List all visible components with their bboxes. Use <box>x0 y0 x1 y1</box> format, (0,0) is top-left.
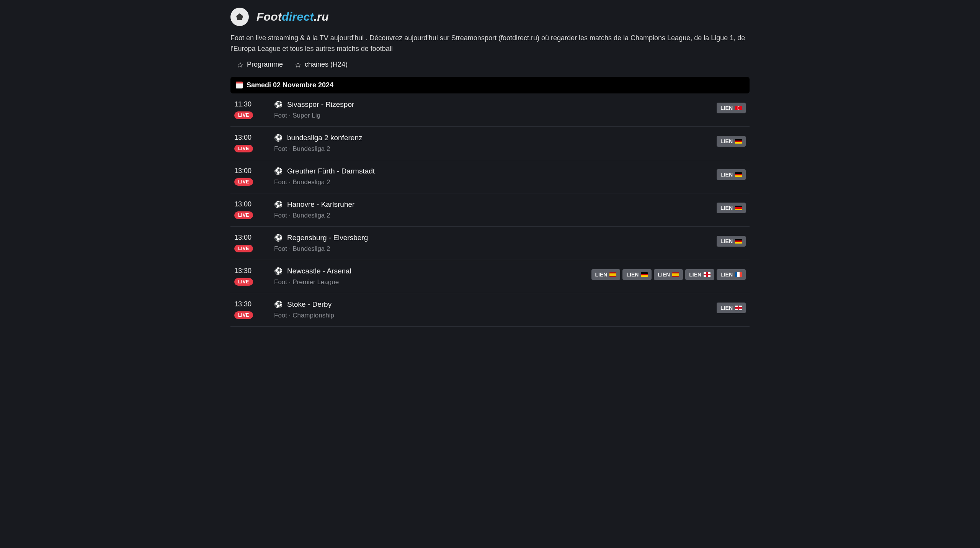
flag-en-icon <box>704 272 710 277</box>
links-column: LIENLIENLIENLIENLIEN <box>591 267 746 280</box>
match-title: Regensburg - Elversberg <box>287 234 368 242</box>
match-row[interactable]: 13:30LIVE⚽Newcastle - ArsenalFoot · Prem… <box>230 260 750 293</box>
calendar-icon <box>236 82 243 88</box>
match-time: 13:00 <box>234 167 271 175</box>
lien-label: LIEN <box>658 272 670 278</box>
live-badge: LIVE <box>234 111 253 119</box>
match-row[interactable]: 13:00LIVE⚽bundesliga 2 konferenzFoot · B… <box>230 127 750 160</box>
soccer-ball-icon: ⚽ <box>274 300 283 309</box>
lien-button[interactable]: LIEN <box>717 136 746 147</box>
live-badge: LIVE <box>234 278 253 286</box>
match-time: 13:00 <box>234 234 271 242</box>
match-title-line: ⚽bundesliga 2 konferenz <box>274 134 717 142</box>
match-row[interactable]: 13:30LIVE⚽Stoke - DerbyFoot · Championsh… <box>230 293 750 327</box>
lien-label: LIEN <box>720 172 733 178</box>
logo-ball-icon <box>230 8 249 26</box>
lien-button[interactable]: LIEN <box>717 269 746 280</box>
lien-label: LIEN <box>689 272 701 278</box>
time-column: 13:00LIVE <box>234 167 271 186</box>
star-icon <box>237 62 243 67</box>
star-icon <box>295 62 301 67</box>
match-title-line: ⚽Stoke - Derby <box>274 300 717 309</box>
match-time: 13:00 <box>234 134 271 142</box>
soccer-ball-icon: ⚽ <box>274 234 283 242</box>
links-column: LIEN <box>717 100 746 113</box>
flag-es-icon <box>672 272 679 277</box>
live-badge: LIVE <box>234 211 253 219</box>
match-title: Hanovre - Karlsruher <box>287 200 354 209</box>
soccer-ball-icon: ⚽ <box>274 267 283 275</box>
flag-de-icon <box>735 139 742 144</box>
date-header-text: Samedi 02 Novembre 2024 <box>247 81 333 89</box>
time-column: 13:30LIVE <box>234 300 271 319</box>
lien-label: LIEN <box>626 272 639 278</box>
nav-links: Programme chaines (H24) <box>230 61 750 69</box>
lien-button[interactable]: LIEN <box>591 269 621 280</box>
lien-button[interactable]: LIEN <box>622 269 652 280</box>
lien-button[interactable]: LIEN <box>685 269 714 280</box>
logo-part1: Foot <box>256 10 282 23</box>
match-title: Newcastle - Arsenal <box>287 267 351 275</box>
nav-chaines[interactable]: chaines (H24) <box>295 61 348 69</box>
flag-de-icon <box>735 239 742 244</box>
match-time: 13:30 <box>234 300 271 308</box>
svg-marker-0 <box>238 62 243 67</box>
match-title: bundesliga 2 konferenz <box>287 134 362 142</box>
nav-programme-label: Programme <box>247 61 283 69</box>
links-column: LIEN <box>717 234 746 247</box>
match-title-line: ⚽Greuther Fürth - Darmstadt <box>274 167 717 175</box>
match-row[interactable]: 13:00LIVE⚽Greuther Fürth - DarmstadtFoot… <box>230 160 750 193</box>
logo-part2: direct <box>282 10 314 23</box>
match-time: 13:30 <box>234 267 271 275</box>
lien-button[interactable]: LIEN <box>717 169 746 180</box>
lien-label: LIEN <box>720 272 733 278</box>
match-row[interactable]: 11:30LIVE⚽Sivasspor - RizesporFoot · Sup… <box>230 93 750 127</box>
soccer-ball-icon: ⚽ <box>274 167 283 175</box>
match-title: Stoke - Derby <box>287 300 332 309</box>
live-badge: LIVE <box>234 311 253 319</box>
match-time: 11:30 <box>234 100 271 108</box>
match-subtitle: Foot · Premier League <box>274 278 591 286</box>
flag-en-icon <box>735 306 742 310</box>
match-time: 13:00 <box>234 200 271 208</box>
lien-button[interactable]: LIEN <box>717 203 746 213</box>
match-title-line: ⚽Newcastle - Arsenal <box>274 267 591 275</box>
match-row[interactable]: 13:00LIVE⚽Hanovre - KarlsruherFoot · Bun… <box>230 193 750 227</box>
lien-label: LIEN <box>720 138 733 144</box>
lien-button[interactable]: LIEN <box>654 269 683 280</box>
match-subtitle: Foot · Bundesliga 2 <box>274 212 717 219</box>
links-column: LIEN <box>717 200 746 213</box>
links-column: LIEN <box>717 300 746 313</box>
lien-label: LIEN <box>720 105 733 111</box>
match-list: 11:30LIVE⚽Sivasspor - RizesporFoot · Sup… <box>230 93 750 327</box>
match-title-line: ⚽Regensburg - Elversberg <box>274 234 717 242</box>
date-header: Samedi 02 Novembre 2024 <box>230 77 750 93</box>
match-subtitle: Foot · Super Lig <box>274 112 717 119</box>
match-subtitle: Foot · Bundesliga 2 <box>274 245 717 253</box>
match-info: ⚽Stoke - DerbyFoot · Championship <box>271 300 717 319</box>
lien-button[interactable]: LIEN <box>717 303 746 313</box>
lien-label: LIEN <box>595 272 608 278</box>
time-column: 11:30LIVE <box>234 100 271 119</box>
soccer-ball-icon: ⚽ <box>274 200 283 209</box>
time-column: 13:00LIVE <box>234 200 271 219</box>
logo-part3: .ru <box>314 10 329 23</box>
lien-label: LIEN <box>720 205 733 211</box>
match-info: ⚽bundesliga 2 konferenzFoot · Bundesliga… <box>271 134 717 153</box>
lien-label: LIEN <box>720 305 733 311</box>
time-column: 13:00LIVE <box>234 234 271 252</box>
match-info: ⚽Greuther Fürth - DarmstadtFoot · Bundes… <box>271 167 717 186</box>
match-row[interactable]: 13:00LIVE⚽Regensburg - ElversbergFoot · … <box>230 227 750 260</box>
lien-button[interactable]: LIEN <box>717 236 746 247</box>
logo-text[interactable]: Footdirect.ru <box>256 10 329 23</box>
match-subtitle: Foot · Bundesliga 2 <box>274 145 717 153</box>
lien-button[interactable]: LIEN <box>717 103 746 113</box>
match-subtitle: Foot · Championship <box>274 312 717 319</box>
live-badge: LIVE <box>234 145 253 152</box>
match-subtitle: Foot · Bundesliga 2 <box>274 178 717 186</box>
flag-de-icon <box>735 172 742 177</box>
nav-programme[interactable]: Programme <box>237 61 283 69</box>
flag-tr-icon <box>735 106 742 110</box>
nav-chaines-label: chaines (H24) <box>305 61 348 69</box>
match-info: ⚽Hanovre - KarlsruherFoot · Bundesliga 2 <box>271 200 717 219</box>
